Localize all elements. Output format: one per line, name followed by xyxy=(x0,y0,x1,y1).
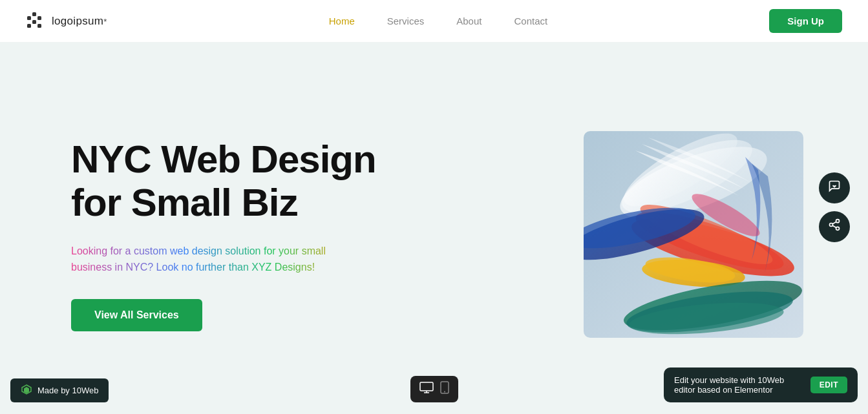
svg-line-24 xyxy=(832,225,836,227)
nav-contact[interactable]: Contact xyxy=(514,16,547,26)
made-by-bar[interactable]: Made by 10Web xyxy=(10,378,109,402)
signup-button[interactable]: Sign Up xyxy=(769,9,842,33)
desktop-icon[interactable] xyxy=(419,382,434,397)
hero-abstract-image xyxy=(584,131,803,338)
nav-links: Home Services About Contact xyxy=(329,16,547,26)
floating-buttons xyxy=(819,172,850,242)
svg-rect-4 xyxy=(27,24,31,28)
svg-rect-2 xyxy=(37,16,41,20)
svg-point-32 xyxy=(444,391,445,393)
star-icon xyxy=(828,180,841,196)
nav-about[interactable]: About xyxy=(456,16,482,26)
logo[interactable]: logoipsum* xyxy=(26,11,107,32)
hero-title: NYC Web Design for Small Biz xyxy=(71,138,407,224)
elementor-bar: Edit your website with 10Web editor base… xyxy=(664,367,858,402)
svg-point-21 xyxy=(836,220,840,223)
nav-services[interactable]: Services xyxy=(387,16,425,26)
hero-content: NYC Web Design for Small Biz Looking for… xyxy=(71,138,407,331)
10web-icon xyxy=(21,384,32,397)
svg-rect-0 xyxy=(27,16,31,20)
svg-rect-5 xyxy=(37,24,41,28)
navbar-right: Sign Up xyxy=(769,9,842,33)
svg-rect-3 xyxy=(32,20,36,24)
svg-rect-1 xyxy=(32,12,36,16)
svg-point-22 xyxy=(830,223,833,227)
hero-image xyxy=(584,131,803,338)
nav-home[interactable]: Home xyxy=(329,16,355,26)
edit-button[interactable]: EDIT xyxy=(810,377,847,393)
svg-line-25 xyxy=(832,222,836,223)
floating-star-button[interactable] xyxy=(819,172,850,203)
share-icon xyxy=(828,218,841,234)
logo-icon xyxy=(26,11,47,32)
device-switcher xyxy=(410,376,458,402)
elementor-text: Edit your website with 10Web editor base… xyxy=(674,375,801,395)
mobile-icon[interactable] xyxy=(440,381,449,397)
svg-point-23 xyxy=(836,227,840,230)
made-by-label: Made by 10Web xyxy=(37,386,98,395)
logo-text: logoipsum* xyxy=(52,15,107,28)
svg-rect-28 xyxy=(420,382,433,391)
hero-subtitle: Looking for a custom web design solution… xyxy=(71,243,355,276)
navbar: logoipsum* Home Services About Contact S… xyxy=(0,0,868,42)
hero-section: NYC Web Design for Small Biz Looking for… xyxy=(0,42,868,414)
floating-share-button[interactable] xyxy=(819,211,850,242)
svg-marker-27 xyxy=(24,387,29,393)
view-all-services-button[interactable]: View All Services xyxy=(71,299,202,331)
